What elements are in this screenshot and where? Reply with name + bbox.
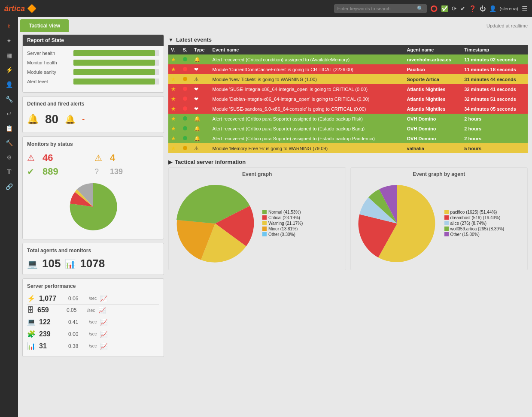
legend-label-pacifico: pacifico (1625) (51.44%) [450, 210, 497, 215]
sidebar-item-back[interactable]: ↩ [1, 107, 17, 121]
event-agent-legend: pacifico (1625) (51.44%) dreamhost (519)… [444, 210, 505, 238]
sidebar: ⚕ ✦ ▦ ⚡ 👤 🔧 ↩ 📋 🔨 ⚙ T 🔗 [0, 17, 18, 417]
sidebar-item-tools[interactable]: 🔧 [1, 92, 17, 106]
event-agent: Atlantis Nightlies [404, 94, 462, 104]
tactical-server-section: ▶ Tactical server information Event grap… [168, 157, 528, 270]
tab-tactical-view[interactable]: Tactical view [20, 19, 69, 32]
event-star[interactable]: ★ [168, 133, 180, 143]
event-star[interactable]: ★ [168, 84, 180, 94]
critical-icon: ⚠ [27, 153, 40, 163]
event-timestamp: 32 minutes 51 seconds [462, 94, 528, 104]
legend-other-agent: Other (15.00%) [444, 232, 505, 237]
unknown-icon: ? [94, 167, 107, 176]
module-sanity-bar-fill [73, 69, 155, 75]
event-star[interactable]: ★ [168, 143, 180, 153]
event-type: ❤ [192, 64, 210, 74]
legend-normal: Normal (41.53%) [262, 210, 303, 215]
legend-label-normal: Normal (41.53%) [268, 210, 301, 215]
sidebar-item-monitoring[interactable]: ✦ [1, 34, 17, 48]
perf-row-2: 💻 122 0.41 /sec 📈 [27, 316, 159, 328]
critical-count: 46 [43, 152, 92, 163]
event-star[interactable]: ★ [168, 104, 180, 114]
sidebar-item-health[interactable]: ⚕ [1, 19, 17, 33]
right-panel: ▼ Latest events V. S. Type Event name Ag… [168, 34, 528, 360]
perf-unit-3: /sec [89, 332, 97, 336]
alert-fired: - [82, 115, 85, 124]
latest-events-header[interactable]: ▼ Latest events [168, 34, 528, 45]
legend-dot-other [262, 232, 267, 236]
perf-unit-1: /sec [87, 308, 95, 313]
sidebar-item-inventory[interactable]: 📋 [1, 121, 17, 135]
event-name: Module 'Debian-integria-x86_64-integria_… [210, 94, 404, 104]
col-agent: Agent name [404, 45, 462, 54]
sidebar-item-text[interactable]: T [1, 165, 17, 179]
event-star[interactable]: ★ [168, 54, 180, 64]
table-row: ★🔔Alert recovered (Crítico para Soporte)… [168, 114, 528, 124]
table-row: ★⚠Module 'New Tickets' is going to WARNI… [168, 74, 528, 84]
monitor-health-row: Monitor health [27, 60, 159, 66]
alert-level-row: Alert level [27, 79, 159, 85]
legend-label-wolf359: wolf359.artica (265) (8.39%) [450, 227, 505, 231]
sidebar-item-config[interactable]: 🔨 [1, 136, 17, 150]
perf-row-3: 🧩 239 0.00 /sec 📈 [27, 328, 159, 340]
event-agent: OVH Domino [404, 133, 462, 143]
totals-body: Total agents and monitors 💻 105 📊 1078 [23, 243, 164, 275]
search-bar[interactable]: 🔍 [334, 4, 427, 13]
sidebar-item-alerts[interactable]: ⚡ [1, 63, 17, 77]
perf-row-4: 📊 31 0.38 /sec 📈 [27, 340, 159, 352]
event-star[interactable]: ★ [168, 94, 180, 104]
logo-icon: 🔶 [27, 4, 36, 13]
search-icon: 🔍 [417, 6, 423, 12]
tactical-server-header[interactable]: ▶ Tactical server information [168, 157, 528, 167]
topbar: ártica 🔶 🔍 ⭕ ✅ ⟳ ✔ ❓ ⏻ 👤 (slerena) ☰ [0, 0, 532, 17]
monitors-count: 1078 [80, 257, 105, 270]
monitoring-icon: ✦ [6, 37, 12, 44]
event-status [180, 133, 192, 143]
help-icon[interactable]: ❓ [469, 5, 476, 12]
perf-rate-2: 0.41 [68, 319, 85, 325]
users-icon: 👤 [6, 81, 13, 88]
alerts-card-body: Defined and fired alerts 🔔 80 🔔 - [23, 97, 164, 133]
warning-icon: ⚠ [94, 153, 107, 163]
menu-icon[interactable]: ☰ [522, 5, 528, 13]
power-icon[interactable]: ⟳ [452, 5, 457, 12]
perf-count-4: 31 [39, 342, 65, 350]
server-health-bar-bg [73, 50, 159, 56]
event-agent-pie-chart [354, 181, 440, 266]
event-timestamp: 2 hours [462, 114, 528, 124]
legend-label-dreamhost: dreamhost (519) (16.43%) [450, 215, 501, 220]
event-status [180, 74, 192, 84]
event-star[interactable]: ★ [168, 74, 180, 84]
perf-row-0: ⚡ 1,077 0.06 /sec 📈 [27, 293, 159, 305]
topbar-icons: ⭕ ✅ ⟳ ✔ ❓ ⏻ 👤 (slerena) [430, 5, 518, 12]
event-star[interactable]: ★ [168, 114, 180, 124]
bell-icon: 🔔 [27, 114, 39, 125]
sidebar-item-links[interactable]: 🔗 [1, 180, 17, 193]
tick-icon[interactable]: ✔ [460, 5, 465, 12]
sidebar-item-users[interactable]: 👤 [1, 78, 17, 91]
search-input[interactable] [337, 6, 415, 11]
perf-count-3: 239 [39, 330, 65, 338]
event-timestamp: 34 minutes 05 seconds [462, 104, 528, 114]
username: (slerena) [500, 6, 518, 11]
check-icon[interactable]: ✅ [441, 5, 448, 12]
event-agent: Atlantis Nightlies [404, 84, 462, 94]
refresh-icon[interactable]: ⭕ [430, 5, 438, 12]
shutdown-icon[interactable]: ⏻ [480, 5, 486, 12]
event-graph-area: Normal (41.53%) Critical (23.19%) Warnin… [172, 181, 342, 266]
event-graph-box: Event graph [168, 167, 346, 270]
sidebar-item-reports[interactable]: ▦ [1, 48, 17, 62]
event-type: 🔔 [192, 54, 210, 64]
legend-dot-other-agent [444, 232, 449, 236]
logo: ártica 🔶 [4, 4, 36, 13]
event-name: Alert recovered (Critical condition) ass… [210, 54, 404, 64]
sidebar-item-settings[interactable]: ⚙ [1, 151, 17, 164]
user-icon[interactable]: 👤 [489, 5, 496, 12]
legend-label-critical: Critical (23.19%) [268, 215, 300, 220]
server-health-row: Server health [27, 50, 159, 56]
agents-icon: 💻 [27, 259, 38, 269]
tactical-server-collapse-icon: ▶ [168, 159, 172, 165]
event-star[interactable]: ★ [168, 64, 180, 74]
event-star[interactable]: ★ [168, 124, 180, 133]
event-graph-agent-area: pacifico (1625) (51.44%) dreamhost (519)… [354, 181, 524, 266]
